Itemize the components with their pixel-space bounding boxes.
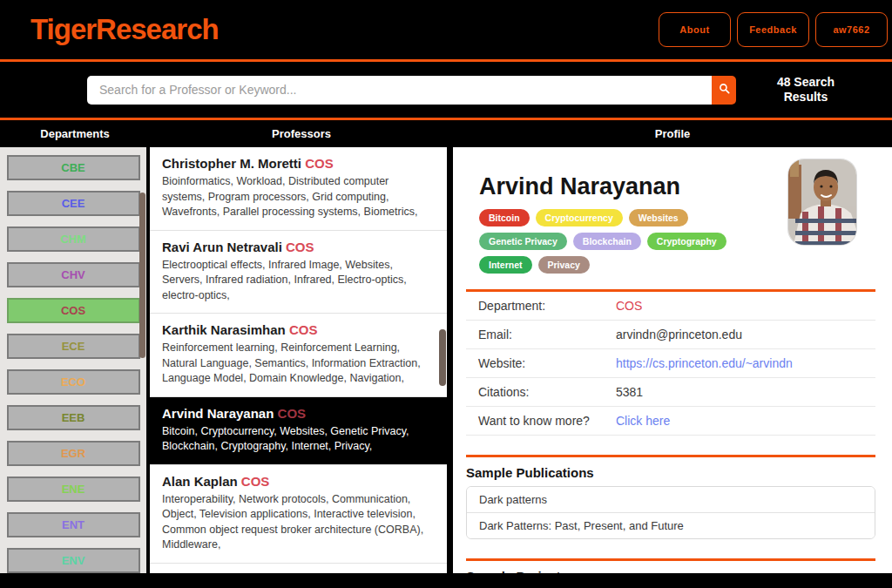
profile-tag: Privacy (538, 256, 590, 274)
professor-dept-tag: COS (286, 240, 314, 254)
detail-label: Website: (478, 356, 616, 370)
detail-row: Want to know more? Click here (466, 407, 875, 436)
search-results-count: 48 Search Results (762, 75, 849, 105)
department-button[interactable]: CBE (7, 155, 140, 180)
search-icon (719, 83, 730, 97)
department-button[interactable]: CEE (7, 191, 140, 216)
detail-value[interactable]: Click here (616, 414, 670, 428)
professor-name: Brian W. Kernighan COS (162, 571, 433, 574)
department-button[interactable]: CHM (7, 226, 140, 252)
search-box (87, 76, 736, 105)
department-button[interactable]: EGR (7, 441, 140, 466)
profile-panel: Arvind Narayanan Bitcoin Cryptocurrency … (453, 147, 892, 573)
departments-scrollbar-thumb[interactable] (139, 193, 145, 358)
department-button[interactable]: ECE (7, 334, 140, 359)
professor-name: Christopher M. Moretti COS (162, 155, 433, 172)
department-button[interactable]: ECO (7, 369, 140, 395)
profile-details-table: Department: COS Email: arvindn@princeton… (466, 289, 875, 436)
professor-dept-tag: COS (278, 406, 307, 421)
detail-row: Website: https://cs.princeton.edu/~arvin… (466, 349, 875, 378)
department-button[interactable]: ENV (7, 548, 140, 573)
profile-tag: Internet (479, 256, 532, 274)
department-button[interactable]: EEB (7, 405, 140, 430)
professor-keywords: Electrooptical effects, Infrared Image, … (162, 258, 433, 304)
professor-keywords: Reinforcement learning, Reinforcement Le… (162, 341, 433, 387)
column-headers: Departments Professors Profile (0, 120, 892, 147)
publications-list: Dark patterns Dark Patterns: Past, Prese… (466, 486, 875, 539)
header-nav: About Feedback aw7662 (659, 12, 888, 47)
detail-row: Citations: 5381 (466, 378, 875, 407)
nav-button[interactable]: aw7662 (815, 12, 888, 47)
search-input[interactable] (87, 76, 712, 105)
column-header-departments: Departments (0, 127, 150, 140)
department-button[interactable]: COS (7, 298, 140, 323)
detail-value[interactable]: https://cs.princeton.edu/~arvindn (616, 356, 793, 370)
detail-label: Citations: (478, 385, 616, 399)
app-header: TigerResearch About Feedback aw7662 (0, 0, 892, 59)
column-header-professors: Professors (150, 127, 453, 140)
profile-tag: Blockchain (573, 233, 641, 250)
professor-card[interactable]: Arvind Narayanan COS Bitcoin, Cryptocurr… (150, 397, 447, 465)
nav-button[interactable]: Feedback (737, 12, 809, 47)
department-button[interactable]: CHV (7, 262, 140, 287)
professor-name: Ravi Arun Netravali COS (162, 239, 433, 256)
projects-heading: Sample Projects (466, 569, 892, 573)
professor-dept-tag: COS (305, 156, 334, 171)
professor-keywords: Bitcoin, Cryptocurrency, Websites, Genet… (162, 424, 433, 455)
detail-value: arvindn@princeton.edu (616, 328, 742, 341)
professors-list: Christopher M. Moretti COS Bioinformatic… (150, 147, 447, 573)
professor-dept-tag: COS (287, 572, 315, 574)
column-header-profile: Profile (453, 127, 892, 140)
professor-name: Alan Kaplan COS (162, 473, 433, 490)
profile-tag: Bitcoin (479, 209, 530, 226)
nav-button[interactable]: About (659, 12, 731, 47)
profile-tag: Cryptocurrency (536, 209, 623, 226)
publications-divider (466, 455, 875, 457)
detail-label: Email: (478, 328, 616, 341)
professor-card[interactable]: Christopher M. Moretti COS Bioinformatic… (150, 147, 447, 231)
professor-card[interactable]: Alan Kaplan COS Interoperability, Networ… (150, 465, 447, 564)
detail-row: Email: arvindn@princeton.edu (466, 321, 875, 349)
publication-item[interactable]: Dark Patterns: Past, Present, and Future (467, 512, 875, 538)
profile-tag: Genetic Privacy (479, 233, 567, 250)
professor-keywords: Interoperability, Network protocols, Com… (162, 492, 433, 553)
detail-label: Department: (478, 299, 616, 313)
professor-card[interactable]: Ravi Arun Netravali COS Electrooptical e… (150, 231, 447, 314)
profile-tag: Cryptography (647, 233, 726, 250)
search-button[interactable] (712, 76, 736, 105)
publication-item[interactable]: Dark patterns (467, 487, 875, 512)
main-content: CBE CEE CHM CHV COS ECE ECO EEB EGR ENE … (0, 147, 892, 573)
footer-bar (0, 573, 892, 588)
professor-dept-tag: COS (289, 322, 318, 337)
publications-heading: Sample Publications (466, 465, 892, 480)
department-button[interactable]: ENT (7, 512, 140, 537)
professors-scrollbar-thumb[interactable] (439, 329, 446, 386)
professor-card[interactable]: Brian W. Kernighan COS Typesetting, UNIX… (150, 564, 447, 574)
profile-tag: Websites (629, 209, 688, 226)
professor-keywords: Bioinformatics, Workload, Distributed co… (162, 174, 433, 220)
profile-tags: Bitcoin Cryptocurrency Websites Genetic … (479, 209, 780, 274)
professor-dept-tag: COS (241, 474, 270, 489)
professor-card[interactable]: Karthik Narasimhan COS Reinforcement lea… (150, 314, 447, 397)
profile-photo (788, 159, 856, 245)
detail-row: Department: COS (466, 292, 875, 321)
app-logo[interactable]: TigerResearch (30, 13, 219, 46)
search-section: 48 Search Results (0, 62, 892, 118)
projects-divider (466, 558, 875, 561)
detail-value: COS (616, 299, 642, 313)
departments-panel: CBE CEE CHM CHV COS ECE ECO EEB EGR ENE … (0, 147, 146, 573)
professor-name: Arvind Narayanan COS (162, 405, 433, 422)
professor-name: Karthik Narasimhan COS (162, 321, 433, 339)
detail-label: Want to know more? (478, 414, 616, 428)
department-button[interactable]: ENE (7, 476, 140, 502)
detail-value: 5381 (616, 385, 643, 399)
